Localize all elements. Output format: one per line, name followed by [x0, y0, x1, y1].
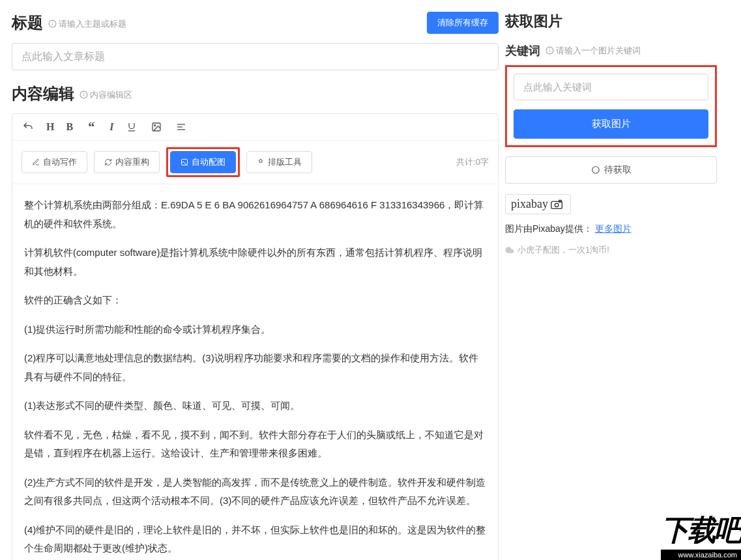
svg-point-16	[592, 167, 599, 174]
main-panel: 标题 请输入主题或标题 清除所有缓存 内容编辑 内容编辑区	[0, 0, 502, 560]
get-image-button[interactable]: 获取图片	[514, 109, 708, 139]
keyword-input[interactable]	[514, 74, 708, 100]
svg-point-5	[83, 93, 84, 94]
get-image-title: 获取图片	[505, 12, 717, 31]
quote-icon[interactable]: “	[85, 120, 98, 133]
svg-point-8	[154, 125, 156, 126]
auto-write-button[interactable]: 自动写作	[22, 151, 87, 173]
clear-cache-button[interactable]: 清除所有缓存	[427, 12, 499, 34]
align-left-icon[interactable]	[175, 120, 188, 133]
info-icon	[545, 46, 554, 55]
image-icon[interactable]	[150, 120, 163, 133]
svg-point-18	[555, 203, 559, 207]
content-paragraph: (4)维护不同的硬件是旧的，理论上软件是旧的，并不坏，但实际上软件也是旧的和坏的…	[24, 521, 486, 558]
pending-button[interactable]: 待获取	[505, 156, 717, 184]
content-paragraph: (1)提供运行时所需功能和性能的命令或计算机程序集合。	[24, 320, 486, 339]
content-edit-label: 内容编辑	[12, 83, 74, 104]
info-icon	[48, 20, 57, 28]
content-restructure-button[interactable]: 内容重构	[94, 151, 160, 173]
undo-icon[interactable]	[22, 120, 35, 133]
title-hint: 请输入主题或标题	[48, 18, 126, 30]
content-paragraph: 软件看不见，无色，枯燥，看不见，摸不到，闻不到。软件大部分存在于人们的头脑或纸上…	[24, 426, 486, 463]
title-header: 标题 请输入主题或标题 清除所有缓存	[12, 12, 499, 34]
title-label: 标题	[12, 12, 43, 33]
format-toolbar: H B “ I	[12, 114, 498, 141]
keyword-hint: 请输入一个图片关键词	[545, 45, 641, 57]
auto-image-button[interactable]: 自动配图	[170, 151, 236, 173]
heading-icon[interactable]: H	[46, 121, 54, 133]
editor-content[interactable]: 整个计算机系统由两部分组成：E.69DA 5 E 6 BA 9062616964…	[12, 184, 498, 560]
info-icon	[80, 91, 88, 99]
cloud-icon	[505, 245, 514, 255]
editor-box: H B “ I 自动写作	[12, 113, 499, 560]
svg-rect-17	[551, 201, 562, 208]
content-hint: 内容编辑区	[80, 89, 132, 101]
sidebar-panel: 获取图片 关键词 请输入一个图片关键词 获取图片 待获取 pixabay 图片由…	[502, 0, 727, 560]
content-paragraph: 计算机软件(computer software)是指计算机系统中除硬件以外的所有…	[24, 244, 486, 281]
svg-point-15	[549, 49, 550, 49]
keyword-highlight-box: 获取图片	[505, 65, 717, 147]
action-toolbar: 自动写作 内容重构 自动配图 排版工具 共计:0字	[12, 141, 498, 184]
article-title-input[interactable]	[12, 43, 499, 70]
layout-tool-button[interactable]: 排版工具	[246, 151, 312, 173]
content-paragraph: 整个计算机系统由两部分组成：E.69DA 5 E 6 BA 9062616964…	[24, 196, 486, 233]
content-paragraph: (2)程序可以满意地处理信息的数据结构。(3)说明程序功能要求和程序需要的文档的…	[24, 349, 486, 386]
camera-icon	[551, 199, 565, 210]
pixabay-badge: pixabay	[505, 194, 571, 214]
italic-icon[interactable]: I	[109, 121, 113, 133]
underline-icon[interactable]	[125, 120, 138, 133]
content-paragraph: 软件的正确含义如下：	[24, 291, 486, 310]
bold-icon[interactable]: B	[66, 121, 73, 133]
content-paragraph: (1)表达形式不同的硬件类型、颜色、味道、可见、可摸、可闻。	[24, 397, 486, 415]
keyword-label: 关键词	[505, 43, 540, 59]
provider-text: 图片由Pixabay提供： 更多图片	[505, 223, 717, 235]
word-count: 共计:0字	[456, 156, 489, 168]
content-header: 内容编辑 内容编辑区	[12, 83, 499, 104]
footer-note: 小虎子配图，一次1淘币!	[505, 244, 717, 256]
more-images-link[interactable]: 更多图片	[595, 223, 632, 234]
content-paragraph: (2)生产方式不同的软件是开发，是人类智能的高发挥，而不是传统意义上的硬件制造。…	[24, 473, 486, 511]
circle-icon	[591, 165, 600, 175]
svg-point-2	[52, 22, 53, 23]
